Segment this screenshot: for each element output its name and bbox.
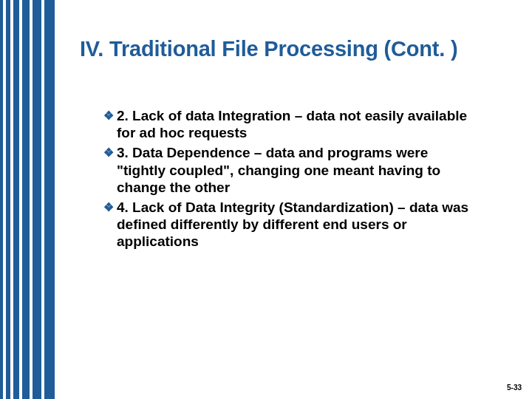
bullet-item: ❖3. Data Dependence – data and programs … [103,144,480,196]
stripe-bar [22,0,30,399]
stripe-bar [6,0,10,399]
slide-body: ❖2. Lack of data Integration – data not … [103,107,480,253]
diamond-icon: ❖ [103,199,114,216]
bullet-text: 2. Lack of data Integration – data not e… [117,107,480,141]
stripe-bar [44,0,55,399]
page-number: 5-33 [507,383,522,392]
diamond-icon: ❖ [103,107,114,124]
bullet-item: ❖4. Lack of Data Integrity (Standardizat… [103,199,480,250]
bullet-text: 4. Lack of Data Integrity (Standardizati… [117,199,480,250]
slide-title: IV. Traditional File Processing (Cont. ) [80,37,508,61]
stripe-bar [0,0,3,399]
stripe-bar [33,0,41,399]
side-stripes [0,0,55,399]
diamond-icon: ❖ [103,144,114,161]
slide: IV. Traditional File Processing (Cont. )… [0,0,532,399]
bullet-text: 3. Data Dependence – data and programs w… [117,144,480,196]
bullet-item: ❖2. Lack of data Integration – data not … [103,107,480,141]
stripe-bar [13,0,19,399]
